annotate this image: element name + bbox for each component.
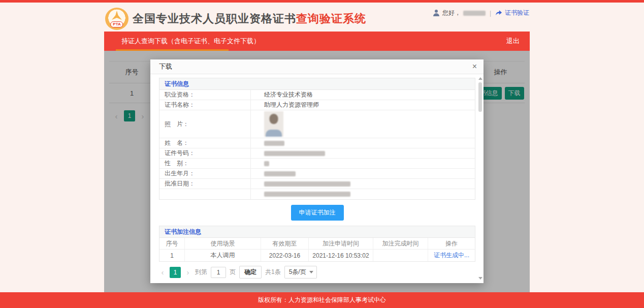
certificate-info-section-title: 证书信息 (159, 78, 475, 90)
total-count-label: 共1条 (265, 268, 281, 276)
cert-label: 出生年月： (159, 169, 251, 178)
cert-label: 职业资格： (159, 90, 251, 100)
cert-row-qualification: 职业资格： 经济专业技术资格 (159, 90, 475, 100)
site-header: PTA 全国专业技术人员职业资格证书查询验证系统 您好， | 证书验证 (0, 3, 644, 32)
cert-label: 证件号码： (159, 148, 251, 158)
cert-label (159, 189, 251, 199)
col-valid-until: 有效期至 (261, 238, 309, 249)
certificate-info-table: 证书信息 职业资格： 经济专业技术资格 证书名称： 助理人力资源管理师 照 片： (159, 78, 475, 200)
page-title: 全国专业技术人员职业资格证书查询验证系统 (133, 11, 366, 26)
apply-annotation-button[interactable]: 申请证书加注 (291, 205, 344, 221)
cert-row-name: 证书名称： 助理人力资源管理师 (159, 100, 475, 110)
cell-seq: 1 (159, 250, 185, 261)
close-icon[interactable]: × (472, 63, 477, 71)
cell-apply-time: 2021-12-16 10:53:02 (309, 250, 373, 261)
content-container: 持证人查询下载（含电子证书、电子文件下载） 退出 序号 操作 1 证书信息 下载 (104, 32, 530, 292)
scroll-up-icon[interactable] (478, 77, 482, 80)
cert-row-gender: 性 别： (159, 159, 475, 169)
cert-value-redacted (251, 179, 475, 189)
cell-complete-time (373, 250, 428, 261)
pta-logo-icon: PTA (105, 8, 128, 30)
page-unit-label: 页 (230, 268, 236, 276)
cert-value-redacted (251, 169, 475, 178)
col-scene: 使用场景 (185, 238, 261, 249)
logout-button[interactable]: 退出 (506, 32, 520, 51)
confirm-page-button[interactable]: 确定 (239, 266, 262, 279)
cert-value-redacted (251, 148, 475, 158)
footer: 版权所有：人力资源和社会保障部人事考试中心 (0, 292, 644, 308)
cert-value (251, 110, 475, 138)
modal-header: 下载 × (150, 59, 484, 74)
cert-row-id-number: 证件号码： (159, 148, 475, 159)
user-name-redacted (463, 11, 486, 16)
cell-action: 证书生成中... (428, 250, 475, 261)
cert-verify-link[interactable]: 证书验证 (505, 9, 529, 17)
apply-button-wrap: 申请证书加注 (159, 205, 475, 221)
cert-label: 姓 名： (159, 138, 251, 148)
page-title-main: 全国专业技术人员职业资格证书 (133, 12, 296, 25)
next-page-icon[interactable]: › (184, 268, 191, 276)
cert-value-redacted (251, 189, 475, 199)
cert-value-redacted (251, 159, 475, 168)
cert-row-photo: 照 片： (159, 110, 475, 138)
annotation-section-title: 证书加注信息 (159, 226, 475, 238)
cert-label: 性 别： (159, 159, 251, 168)
greeting-text: 您好， (442, 9, 461, 17)
cert-generating-link[interactable]: 证书生成中... (434, 251, 469, 260)
modal-scrollbar[interactable] (478, 77, 482, 280)
cert-value: 经济专业技术资格 (251, 90, 475, 100)
user-icon (433, 10, 440, 16)
user-area: 您好， | 证书验证 (433, 9, 529, 17)
navbar: 持证人查询下载（含电子证书、电子文件下载） 退出 (104, 32, 530, 51)
scrollbar-thumb[interactable] (478, 82, 482, 112)
cert-label: 批准日期： (159, 179, 251, 189)
share-arrow-icon[interactable] (495, 10, 502, 16)
page-title-accent: 查询验证系统 (296, 12, 366, 25)
prev-page-icon[interactable]: ‹ (159, 268, 166, 276)
content-area: 序号 操作 1 证书信息 下载 ‹ 1 › 到第 (104, 51, 530, 292)
col-complete-time: 加注完成时间 (373, 238, 428, 249)
goto-page-label: 到第 (195, 268, 207, 276)
page-number-input[interactable] (211, 267, 226, 278)
page-size-select[interactable]: 5条/页 (284, 266, 317, 279)
cert-row-extra (159, 189, 475, 199)
brand: PTA 全国专业技术人员职业资格证书查询验证系统 (105, 8, 366, 30)
modal-pagination: ‹ 1 › 到第 页 确定 共1条 5条/页 (159, 266, 475, 279)
cert-row-birth: 出生年月： (159, 169, 475, 179)
cell-valid-until: 2022-03-16 (261, 250, 309, 261)
cert-row-approve-date: 批准日期： (159, 179, 475, 189)
download-modal: 下载 × 证书信息 职业资格： 经济专业技术资格 证书名称： 助理人力资源管理师… (150, 59, 484, 283)
current-page-button[interactable]: 1 (170, 267, 181, 278)
copyright-text: 版权所有：人力资源和社会保障部人事考试中心 (258, 296, 386, 303)
nav-tab-holder-query-download[interactable]: 持证人查询下载（含电子证书、电子文件下载） (121, 32, 260, 51)
col-apply-time: 加注申请时间 (309, 238, 373, 249)
scroll-down-icon[interactable] (478, 277, 482, 280)
cell-scene: 本人调用 (185, 250, 261, 261)
cert-label: 证书名称： (159, 100, 251, 110)
cert-value: 助理人力资源管理师 (251, 100, 475, 110)
cert-value-redacted (251, 138, 475, 148)
pta-logo-text: PTA (110, 21, 123, 27)
cert-label: 照 片： (159, 110, 251, 138)
modal-title: 下载 (159, 62, 172, 71)
modal-body: 证书信息 职业资格： 经济专业技术资格 证书名称： 助理人力资源管理师 照 片： (150, 74, 484, 283)
cert-row-person-name: 姓 名： (159, 138, 475, 148)
annotation-table-row: 1 本人调用 2022-03-16 2021-12-16 10:53:02 证书… (159, 250, 475, 261)
annotation-info-table: 证书加注信息 序号 使用场景 有效期至 加注申请时间 加注完成时间 操作 1 本… (159, 226, 475, 262)
col-seq: 序号 (159, 238, 185, 249)
col-action: 操作 (428, 238, 475, 249)
certificate-photo (264, 111, 283, 137)
annotation-table-header: 序号 使用场景 有效期至 加注申请时间 加注完成时间 操作 (159, 238, 475, 250)
divider: | (490, 10, 491, 17)
